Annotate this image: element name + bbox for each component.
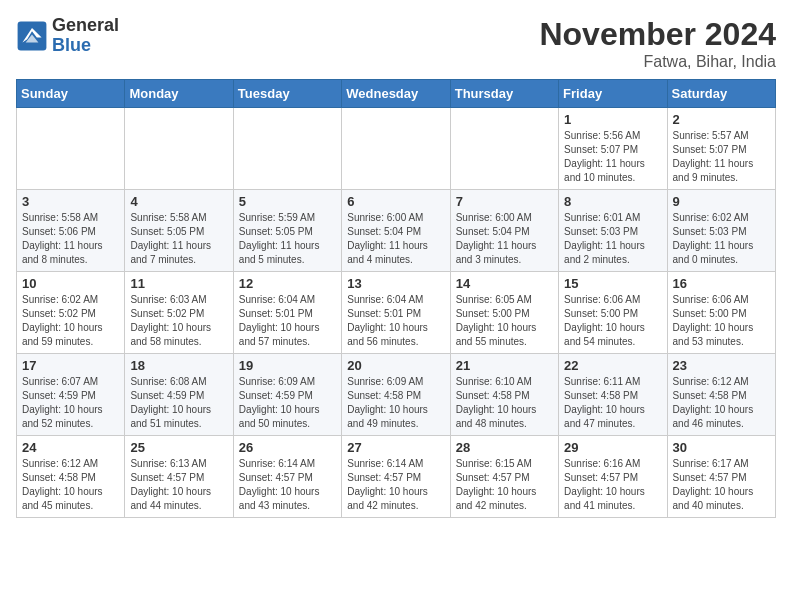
calendar-day-cell: 19Sunrise: 6:09 AM Sunset: 4:59 PM Dayli…	[233, 354, 341, 436]
calendar-day-cell: 11Sunrise: 6:03 AM Sunset: 5:02 PM Dayli…	[125, 272, 233, 354]
day-number: 29	[564, 440, 661, 455]
calendar-day-cell: 28Sunrise: 6:15 AM Sunset: 4:57 PM Dayli…	[450, 436, 558, 518]
weekday-header-cell: Thursday	[450, 80, 558, 108]
location-title: Fatwa, Bihar, India	[539, 53, 776, 71]
day-info: Sunrise: 5:57 AM Sunset: 5:07 PM Dayligh…	[673, 129, 770, 185]
calendar-day-cell: 5Sunrise: 5:59 AM Sunset: 5:05 PM Daylig…	[233, 190, 341, 272]
day-info: Sunrise: 5:58 AM Sunset: 5:05 PM Dayligh…	[130, 211, 227, 267]
day-number: 28	[456, 440, 553, 455]
logo-blue-text: Blue	[52, 36, 119, 56]
day-info: Sunrise: 6:12 AM Sunset: 4:58 PM Dayligh…	[673, 375, 770, 431]
calendar-day-cell: 8Sunrise: 6:01 AM Sunset: 5:03 PM Daylig…	[559, 190, 667, 272]
day-info: Sunrise: 5:59 AM Sunset: 5:05 PM Dayligh…	[239, 211, 336, 267]
calendar-day-cell: 4Sunrise: 5:58 AM Sunset: 5:05 PM Daylig…	[125, 190, 233, 272]
day-info: Sunrise: 6:01 AM Sunset: 5:03 PM Dayligh…	[564, 211, 661, 267]
calendar-day-cell: 18Sunrise: 6:08 AM Sunset: 4:59 PM Dayli…	[125, 354, 233, 436]
day-number: 23	[673, 358, 770, 373]
calendar-day-cell: 3Sunrise: 5:58 AM Sunset: 5:06 PM Daylig…	[17, 190, 125, 272]
day-number: 6	[347, 194, 444, 209]
calendar-day-cell: 23Sunrise: 6:12 AM Sunset: 4:58 PM Dayli…	[667, 354, 775, 436]
calendar-week-row: 24Sunrise: 6:12 AM Sunset: 4:58 PM Dayli…	[17, 436, 776, 518]
day-info: Sunrise: 6:14 AM Sunset: 4:57 PM Dayligh…	[239, 457, 336, 513]
day-number: 2	[673, 112, 770, 127]
day-info: Sunrise: 6:02 AM Sunset: 5:03 PM Dayligh…	[673, 211, 770, 267]
calendar-day-cell	[17, 108, 125, 190]
title-area: November 2024 Fatwa, Bihar, India	[539, 16, 776, 71]
day-info: Sunrise: 6:03 AM Sunset: 5:02 PM Dayligh…	[130, 293, 227, 349]
day-info: Sunrise: 6:14 AM Sunset: 4:57 PM Dayligh…	[347, 457, 444, 513]
day-number: 24	[22, 440, 119, 455]
day-number: 25	[130, 440, 227, 455]
calendar-day-cell: 29Sunrise: 6:16 AM Sunset: 4:57 PM Dayli…	[559, 436, 667, 518]
day-number: 4	[130, 194, 227, 209]
day-number: 15	[564, 276, 661, 291]
calendar-day-cell: 13Sunrise: 6:04 AM Sunset: 5:01 PM Dayli…	[342, 272, 450, 354]
day-number: 19	[239, 358, 336, 373]
day-number: 17	[22, 358, 119, 373]
day-number: 9	[673, 194, 770, 209]
calendar-week-row: 1Sunrise: 5:56 AM Sunset: 5:07 PM Daylig…	[17, 108, 776, 190]
calendar-day-cell: 1Sunrise: 5:56 AM Sunset: 5:07 PM Daylig…	[559, 108, 667, 190]
header: General Blue November 2024 Fatwa, Bihar,…	[16, 16, 776, 71]
day-info: Sunrise: 6:13 AM Sunset: 4:57 PM Dayligh…	[130, 457, 227, 513]
day-info: Sunrise: 6:04 AM Sunset: 5:01 PM Dayligh…	[239, 293, 336, 349]
day-info: Sunrise: 6:06 AM Sunset: 5:00 PM Dayligh…	[564, 293, 661, 349]
day-number: 14	[456, 276, 553, 291]
calendar-week-row: 3Sunrise: 5:58 AM Sunset: 5:06 PM Daylig…	[17, 190, 776, 272]
calendar-day-cell: 22Sunrise: 6:11 AM Sunset: 4:58 PM Dayli…	[559, 354, 667, 436]
weekday-header-cell: Wednesday	[342, 80, 450, 108]
day-info: Sunrise: 6:00 AM Sunset: 5:04 PM Dayligh…	[456, 211, 553, 267]
weekday-header-cell: Saturday	[667, 80, 775, 108]
day-number: 13	[347, 276, 444, 291]
weekday-header-cell: Friday	[559, 80, 667, 108]
calendar-day-cell: 26Sunrise: 6:14 AM Sunset: 4:57 PM Dayli…	[233, 436, 341, 518]
calendar-day-cell: 6Sunrise: 6:00 AM Sunset: 5:04 PM Daylig…	[342, 190, 450, 272]
day-number: 5	[239, 194, 336, 209]
day-number: 16	[673, 276, 770, 291]
calendar-day-cell: 21Sunrise: 6:10 AM Sunset: 4:58 PM Dayli…	[450, 354, 558, 436]
day-info: Sunrise: 6:10 AM Sunset: 4:58 PM Dayligh…	[456, 375, 553, 431]
calendar-day-cell: 30Sunrise: 6:17 AM Sunset: 4:57 PM Dayli…	[667, 436, 775, 518]
day-info: Sunrise: 6:08 AM Sunset: 4:59 PM Dayligh…	[130, 375, 227, 431]
logo: General Blue	[16, 16, 119, 56]
day-number: 18	[130, 358, 227, 373]
calendar-day-cell: 20Sunrise: 6:09 AM Sunset: 4:58 PM Dayli…	[342, 354, 450, 436]
calendar-day-cell: 9Sunrise: 6:02 AM Sunset: 5:03 PM Daylig…	[667, 190, 775, 272]
day-number: 26	[239, 440, 336, 455]
day-number: 3	[22, 194, 119, 209]
calendar-day-cell: 2Sunrise: 5:57 AM Sunset: 5:07 PM Daylig…	[667, 108, 775, 190]
day-number: 8	[564, 194, 661, 209]
calendar-day-cell	[125, 108, 233, 190]
day-number: 22	[564, 358, 661, 373]
logo-general-text: General	[52, 16, 119, 36]
day-number: 12	[239, 276, 336, 291]
calendar-day-cell: 16Sunrise: 6:06 AM Sunset: 5:00 PM Dayli…	[667, 272, 775, 354]
day-info: Sunrise: 6:15 AM Sunset: 4:57 PM Dayligh…	[456, 457, 553, 513]
day-info: Sunrise: 6:17 AM Sunset: 4:57 PM Dayligh…	[673, 457, 770, 513]
weekday-header-row: SundayMondayTuesdayWednesdayThursdayFrid…	[17, 80, 776, 108]
day-info: Sunrise: 6:05 AM Sunset: 5:00 PM Dayligh…	[456, 293, 553, 349]
calendar-day-cell: 27Sunrise: 6:14 AM Sunset: 4:57 PM Dayli…	[342, 436, 450, 518]
calendar-day-cell: 25Sunrise: 6:13 AM Sunset: 4:57 PM Dayli…	[125, 436, 233, 518]
day-number: 21	[456, 358, 553, 373]
calendar-body: 1Sunrise: 5:56 AM Sunset: 5:07 PM Daylig…	[17, 108, 776, 518]
calendar-day-cell: 17Sunrise: 6:07 AM Sunset: 4:59 PM Dayli…	[17, 354, 125, 436]
calendar-day-cell	[342, 108, 450, 190]
day-info: Sunrise: 5:58 AM Sunset: 5:06 PM Dayligh…	[22, 211, 119, 267]
day-info: Sunrise: 6:02 AM Sunset: 5:02 PM Dayligh…	[22, 293, 119, 349]
calendar-day-cell: 12Sunrise: 6:04 AM Sunset: 5:01 PM Dayli…	[233, 272, 341, 354]
calendar-day-cell	[450, 108, 558, 190]
day-info: Sunrise: 5:56 AM Sunset: 5:07 PM Dayligh…	[564, 129, 661, 185]
day-number: 7	[456, 194, 553, 209]
calendar-day-cell: 7Sunrise: 6:00 AM Sunset: 5:04 PM Daylig…	[450, 190, 558, 272]
logo-icon	[16, 20, 48, 52]
month-title: November 2024	[539, 16, 776, 53]
day-info: Sunrise: 6:09 AM Sunset: 4:59 PM Dayligh…	[239, 375, 336, 431]
calendar-day-cell: 14Sunrise: 6:05 AM Sunset: 5:00 PM Dayli…	[450, 272, 558, 354]
day-info: Sunrise: 6:09 AM Sunset: 4:58 PM Dayligh…	[347, 375, 444, 431]
calendar-day-cell	[233, 108, 341, 190]
weekday-header-cell: Sunday	[17, 80, 125, 108]
day-number: 10	[22, 276, 119, 291]
day-info: Sunrise: 6:16 AM Sunset: 4:57 PM Dayligh…	[564, 457, 661, 513]
calendar-week-row: 10Sunrise: 6:02 AM Sunset: 5:02 PM Dayli…	[17, 272, 776, 354]
